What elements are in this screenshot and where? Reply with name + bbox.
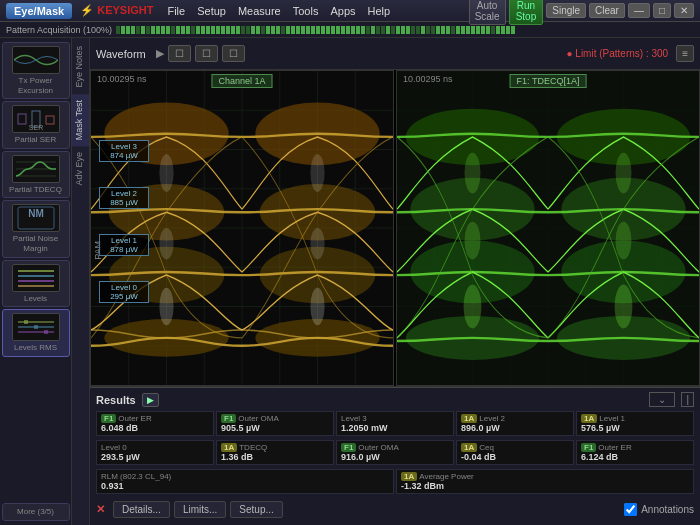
result-cell: 1ATDECQ1.36 dB	[216, 440, 334, 465]
result-cell-value: 1.2050 mW	[341, 423, 449, 433]
sidebar-item-levels[interactable]: Levels	[2, 260, 70, 308]
action-buttons: ✕ Details... Limits... Setup... Annotati…	[96, 498, 694, 521]
setup-button[interactable]: Setup...	[230, 501, 282, 518]
sidebar-item-tx-power[interactable]: Tx Power Excursion	[2, 42, 70, 99]
svg-point-72	[615, 285, 633, 329]
sidebar-item-ser[interactable]: SER Partial SER	[2, 101, 70, 149]
limits-button[interactable]: Limits...	[174, 501, 226, 518]
results-pin-button[interactable]: |	[681, 392, 694, 407]
level2-label: Level 2	[104, 189, 144, 198]
autoscale-button[interactable]: AutoScale	[469, 0, 506, 25]
left-sidebar: Tx Power Excursion SER Partial SER	[0, 38, 72, 525]
results-play-button[interactable]: ▶	[142, 393, 159, 407]
scope-panel-tdecq: 10.00295 ns F1: TDECQ[1A]	[396, 70, 700, 386]
annotations-checkbox[interactable]	[624, 503, 637, 516]
sidebar-item-levels-rms[interactable]: Levels RMS	[2, 309, 70, 357]
results-collapse-button[interactable]: ⌄	[649, 392, 675, 407]
tab-mask-test[interactable]: Mask Test	[72, 94, 89, 146]
keysight-logo: ⚡ KEYSIGHT	[80, 4, 153, 17]
svg-rect-0	[18, 114, 26, 124]
svg-point-74	[616, 222, 632, 260]
annotations-check[interactable]: Annotations	[624, 503, 694, 516]
result-cell-name: F1Outer ER	[101, 414, 209, 423]
tdecq-icon	[12, 155, 60, 183]
sidebar-item-noise[interactable]: NM Partial Noise Margin	[2, 200, 70, 257]
result-cell-name: 1ACeq	[461, 443, 569, 452]
wf-btn-2[interactable]: ☐	[195, 45, 218, 62]
svg-point-71	[464, 285, 482, 329]
waveform-label: Waveform	[96, 48, 146, 60]
tdecq-label: Partial TDECQ	[9, 185, 62, 195]
levels-rms-label: Levels RMS	[14, 343, 57, 353]
results-label: Results	[96, 394, 136, 406]
result-cell-name: F1Outer ER	[581, 443, 689, 452]
result-badge: F1	[101, 414, 116, 423]
content-area: Waveform ▶ ☐ ☐ ☐ ● Limit (Patterns) : 30…	[90, 38, 700, 525]
result-badge: 1A	[401, 472, 417, 481]
result-cell: 1ACeq-0.04 dB	[456, 440, 574, 465]
restore-button[interactable]: □	[653, 3, 671, 18]
result-cell-value: 293.5 µW	[101, 452, 209, 462]
runstop-button[interactable]: RunStop	[509, 0, 544, 25]
scope-time-tdecq: 10.00295 ns	[403, 74, 453, 84]
waveform-expand-icon[interactable]: ▶	[156, 47, 164, 60]
result-cell: Level 31.2050 mW	[336, 411, 454, 436]
result-badge: 1A	[461, 443, 477, 452]
eye-diagram-tdecq	[397, 71, 699, 385]
results-header: Results ▶ ⌄ |	[96, 392, 694, 407]
channel-label-1a: Channel 1A	[211, 74, 272, 88]
tx-power-icon	[12, 46, 60, 74]
results-row-3: RLM (802.3 CL_94)0.9311AAverage Power-1.…	[96, 469, 694, 494]
menu-setup[interactable]: Setup	[197, 5, 226, 17]
wf-btn-1[interactable]: ☐	[168, 45, 191, 62]
svg-rect-17	[34, 325, 38, 329]
svg-point-43	[310, 288, 324, 326]
level3-value: 874 µW	[104, 151, 144, 160]
menu-file[interactable]: File	[167, 5, 185, 17]
tab-eye-notes[interactable]: Eye Notes	[72, 40, 89, 94]
pattern-bar: Pattern Acquisition (100%)	[0, 22, 700, 38]
clear-button[interactable]: Clear	[589, 3, 625, 18]
ser-icon: SER	[12, 105, 60, 133]
result-cell: F1Outer ER6.048 dB	[96, 411, 214, 436]
sidebar-item-more[interactable]: More (3/5)	[2, 503, 70, 521]
wf-btn-3[interactable]: ☐	[222, 45, 245, 62]
result-cell-value: 905.5 µW	[221, 423, 329, 433]
result-cell: 1ALevel 1576.5 µW	[576, 411, 694, 436]
level1-value: 878 µW	[104, 245, 144, 254]
result-cell-name: RLM (802.3 CL_94)	[101, 472, 389, 481]
result-badge: 1A	[221, 443, 237, 452]
result-badge: F1	[341, 443, 356, 452]
result-cell: Level 0293.5 µW	[96, 440, 214, 465]
level1-annotation: Level 1 878 µW	[99, 234, 149, 256]
tab-adv-eye[interactable]: Adv Eye	[72, 146, 89, 192]
details-button[interactable]: Details...	[113, 501, 170, 518]
waveform-controls: Waveform ▶ ☐ ☐ ☐ ● Limit (Patterns) : 30…	[90, 38, 700, 70]
menu-apps[interactable]: Apps	[330, 5, 355, 17]
result-cell-name: 1ALevel 2	[461, 414, 569, 423]
channel-label-tdecq: F1: TDECQ[1A]	[510, 74, 587, 88]
level2-annotation: Level 2 885 µW	[99, 187, 149, 209]
results-row-1: F1Outer ER6.048 dBF1Outer OMA905.5 µWLev…	[96, 411, 694, 436]
menu-help[interactable]: Help	[368, 5, 391, 17]
more-label: More (3/5)	[17, 507, 54, 517]
menu-tools[interactable]: Tools	[293, 5, 319, 17]
noise-icon: NM	[12, 204, 60, 232]
minimize-button[interactable]: —	[628, 3, 650, 18]
sidebar-item-tdecq[interactable]: Partial TDECQ	[2, 151, 70, 199]
eye-mask-button[interactable]: Eye/Mask	[6, 3, 72, 19]
scope-displays: 10.00295 ns Channel 1A	[90, 70, 700, 387]
single-button[interactable]: Single	[546, 3, 586, 18]
settings-button[interactable]: ≡	[676, 45, 694, 62]
close-button[interactable]: ✕	[674, 3, 694, 18]
result-cell-name: F1Outer OMA	[341, 443, 449, 452]
svg-point-75	[465, 153, 481, 194]
tx-power-label: Tx Power Excursion	[6, 76, 66, 95]
level2-value: 885 µW	[104, 198, 144, 207]
results-row-2: Level 0293.5 µW1ATDECQ1.36 dBF1Outer OMA…	[96, 440, 694, 465]
result-cell: F1Outer OMA905.5 µW	[216, 411, 334, 436]
menu-measure[interactable]: Measure	[238, 5, 281, 17]
result-cell: F1Outer OMA916.0 µW	[336, 440, 454, 465]
svg-text:SER: SER	[28, 124, 42, 131]
result-badge: 1A	[581, 414, 597, 423]
